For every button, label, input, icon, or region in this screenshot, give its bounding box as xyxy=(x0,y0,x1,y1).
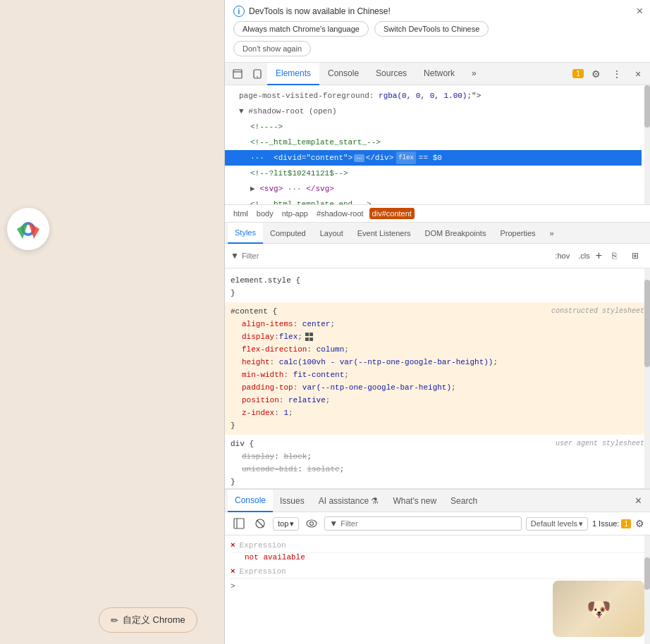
clear-console-button[interactable] xyxy=(252,515,269,532)
style-tab-properties[interactable]: Properties xyxy=(493,223,542,244)
style-tab-more[interactable]: » xyxy=(543,223,561,244)
console-tab-ai-assistance[interactable]: AI assistance ⚗ xyxy=(312,490,386,512)
inspect-element-button[interactable] xyxy=(228,64,247,84)
style-tab-computed[interactable]: Computed xyxy=(263,223,313,244)
dom-line[interactable]: page-most-visited-foreground: rgba(0, 0,… xyxy=(225,88,642,104)
customize-chrome-button[interactable]: ✏ 自定义 Chrome xyxy=(99,607,197,633)
hov-button[interactable]: :hov xyxy=(552,250,572,261)
customize-chrome-label: 自定义 Chrome xyxy=(123,614,185,626)
breadcrumb-body[interactable]: body xyxy=(254,208,276,219)
css-content: element.style { } constructed stylesheet… xyxy=(225,268,650,488)
breadcrumb-div-content[interactable]: div#content xyxy=(369,208,415,219)
dom-line[interactable]: ▶ <svg> ··· </svg> xyxy=(225,181,642,197)
issue-count-badge: 1 xyxy=(621,519,631,528)
filter-icon: ▼ xyxy=(231,251,239,261)
chrome-logo xyxy=(7,208,49,250)
thumbnail-emoji: 🐶 xyxy=(587,597,611,621)
css-sheet-label: user agent stylesheet xyxy=(556,438,644,450)
pencil-icon: ✏ xyxy=(111,615,118,626)
styles-panel: Styles Computed Layout Event Listeners D… xyxy=(225,223,650,489)
console-issues-count: 1 Issue: 1 xyxy=(592,519,631,528)
css-selector[interactable]: element.style { xyxy=(231,276,300,285)
issues-badge: 1 xyxy=(572,69,584,78)
tab-console[interactable]: Console xyxy=(319,63,367,85)
console-expression-1: × Expression xyxy=(231,538,644,553)
layout-icon-button[interactable]: ⊞ xyxy=(626,247,644,265)
copy-styles-button[interactable]: ⎘ xyxy=(605,247,623,265)
info-icon: i xyxy=(233,6,245,17)
console-close-button[interactable]: × xyxy=(630,495,647,507)
css-rule-div: user agent stylesheet div { display: blo… xyxy=(225,435,650,488)
always-match-button[interactable]: Always match Chrome's language xyxy=(233,21,369,37)
filter-bar: ▼ :hov .cls + ⎘ ⊞ xyxy=(225,244,650,268)
console-tab-search[interactable]: Search xyxy=(443,490,484,512)
clear-expression-1-button[interactable]: × xyxy=(231,541,235,550)
sidebar-toggle-button[interactable] xyxy=(231,515,247,532)
css-selector[interactable]: div { xyxy=(231,440,254,448)
style-tab-styles[interactable]: Styles xyxy=(228,223,263,244)
notification-close-button[interactable]: × xyxy=(637,6,643,17)
expression-1-result: not available xyxy=(231,553,644,564)
devtools-panel: i DevTools is now available in Chinese! … xyxy=(224,0,650,644)
svg-point-11 xyxy=(310,522,314,526)
console-expression-2: × Expression xyxy=(231,564,644,579)
clear-expression-2-button[interactable]: × xyxy=(231,567,235,576)
tab-network[interactable]: Network xyxy=(415,63,463,85)
css-rule-element-style: element.style { } xyxy=(225,271,650,302)
dom-line[interactable]: <!--_html_template_start_--> xyxy=(225,135,642,150)
dom-tree: page-most-visited-foreground: rgba(0, 0,… xyxy=(225,85,650,205)
dom-line[interactable]: ▼ #shadow-root (open) xyxy=(225,104,642,119)
context-selector[interactable]: top ▾ xyxy=(273,517,299,531)
expand-node-button[interactable]: ··· xyxy=(354,154,364,162)
style-tab-dom-breakpoints[interactable]: DOM Breakpoints xyxy=(418,223,493,244)
css-sheet-label: constructed stylesheet xyxy=(551,305,644,318)
add-style-button[interactable]: + xyxy=(596,249,602,262)
flex-badge: flex xyxy=(396,151,416,164)
style-tab-event-listeners[interactable]: Event Listeners xyxy=(350,223,418,244)
close-devtools-button[interactable]: × xyxy=(629,65,647,83)
svg-line-9 xyxy=(257,520,264,527)
breadcrumb-shadow-root[interactable]: #shadow-root xyxy=(314,208,367,219)
filter-input[interactable] xyxy=(242,252,546,260)
console-scrollbar[interactable] xyxy=(644,535,650,644)
device-toggle-button[interactable] xyxy=(247,64,267,84)
switch-language-button[interactable]: Switch DevTools to Chinese xyxy=(374,21,489,37)
dom-scrollbar[interactable] xyxy=(644,85,650,204)
thumbnail-preview: 🐶 xyxy=(553,581,644,637)
console-tab-console[interactable]: Console xyxy=(228,490,273,512)
settings-button[interactable]: ⚙ xyxy=(587,65,605,83)
svg-rect-6 xyxy=(234,519,244,528)
notification-title: DevTools is now available in Chinese! xyxy=(249,6,391,16)
console-filter-input-wrapper: ▼ xyxy=(324,516,522,531)
breadcrumb-html[interactable]: html xyxy=(231,208,251,219)
show-live-expressions-button[interactable] xyxy=(303,515,320,532)
tab-elements[interactable]: Elements xyxy=(267,63,319,85)
expression-2-text[interactable]: Expression xyxy=(240,567,644,576)
tab-more[interactable]: » xyxy=(463,63,485,85)
dom-line[interactable]: <!--_html_template_end_--> xyxy=(225,197,642,205)
dom-line[interactable]: <!----> xyxy=(225,119,642,135)
console-filter-input[interactable] xyxy=(341,519,517,528)
dont-show-again-button[interactable]: Don't show again xyxy=(233,41,311,56)
devtools-tabs-bar: Elements Console Sources Network » 1 ⚙ ⋮… xyxy=(225,63,650,85)
notification-banner: i DevTools is now available in Chinese! … xyxy=(225,0,650,63)
styles-scrollbar[interactable] xyxy=(644,268,650,488)
svg-point-10 xyxy=(307,520,317,527)
style-tabs-bar: Styles Computed Layout Event Listeners D… xyxy=(225,223,650,244)
console-settings-button[interactable]: ⚙ xyxy=(635,518,644,529)
breadcrumb-ntp-app[interactable]: ntp-app xyxy=(279,208,311,219)
expression-1-text[interactable]: Expression xyxy=(240,541,644,550)
style-tab-layout[interactable]: Layout xyxy=(313,223,350,244)
console-tab-whats-new[interactable]: What's new xyxy=(386,490,443,512)
console-tab-issues[interactable]: Issues xyxy=(273,490,312,512)
cls-button[interactable]: .cls xyxy=(575,250,593,261)
filter-funnel-icon: ▼ xyxy=(329,519,338,528)
flex-grid-icon xyxy=(305,333,314,341)
tab-sources[interactable]: Sources xyxy=(367,63,415,85)
dom-line-selected[interactable]: ··· <div id="content"> ··· </div> flex =… xyxy=(225,150,642,166)
css-selector[interactable]: #content { xyxy=(231,307,277,316)
css-rule-content: constructed stylesheet #content { align-… xyxy=(225,302,650,435)
more-options-button[interactable]: ⋮ xyxy=(608,65,626,83)
default-levels-button[interactable]: Default levels ▾ xyxy=(526,517,588,531)
dom-line[interactable]: <!--?lit$10241121$--> xyxy=(225,166,642,181)
